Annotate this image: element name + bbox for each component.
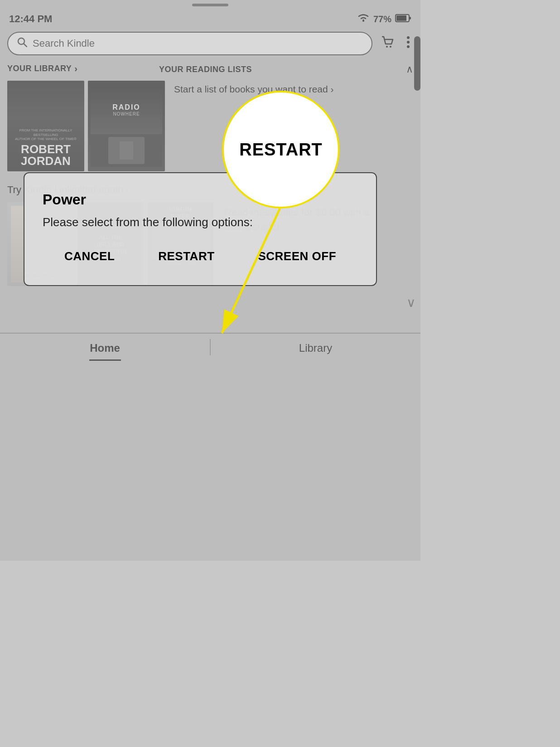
modal-description: Please select from the following options… [43,215,358,229]
restart-button[interactable]: RESTART [151,246,222,267]
modal-buttons: CANCEL RESTART SCREEN OFF [43,246,358,267]
screen-off-button[interactable]: SCREEN OFF [251,246,343,267]
cancel-button[interactable]: CANCEL [57,246,122,267]
restart-callout-circle: RESTART [222,91,340,209]
restart-callout-label: RESTART [239,140,323,160]
